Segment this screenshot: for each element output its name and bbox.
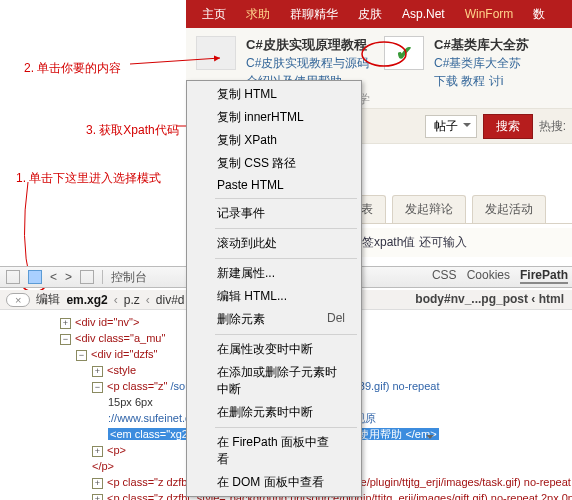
menu-separator	[215, 334, 357, 335]
menu-separator	[215, 258, 357, 259]
menu-show-dom[interactable]: 在 DOM 面板中查看	[189, 471, 359, 494]
menu-break-attr[interactable]: 在属性改变时中断	[189, 338, 359, 361]
bug-icon[interactable]	[6, 270, 20, 284]
menu-separator	[215, 198, 357, 199]
menu-copy-xpath[interactable]: 复制 XPath	[189, 129, 359, 152]
menu-break-child[interactable]: 在添加或删除子元素时中断	[189, 361, 359, 401]
menu-copy-csspath[interactable]: 复制 CSS 路径	[189, 152, 359, 175]
menu-paste-html[interactable]: Paste HTML	[189, 175, 359, 195]
menu-edit-html[interactable]: 编辑 HTML...	[189, 285, 359, 308]
css-tab[interactable]: CSS	[432, 268, 457, 284]
menu-log-events[interactable]: 记录事件	[189, 202, 359, 225]
firepath-tab[interactable]: FirePath	[520, 268, 568, 284]
console-tab[interactable]: 控制台	[111, 269, 147, 286]
context-menu: 复制 HTML 复制 innerHTML 复制 XPath 复制 CSS 路径 …	[186, 80, 362, 497]
shortcut-hint: Del	[327, 311, 345, 325]
menu-copy-html[interactable]: 复制 HTML	[189, 83, 359, 106]
firepath-result: body#nv_...pg_post ‹ html	[415, 292, 564, 306]
menu-delete[interactable]: 删除元素Del	[189, 308, 359, 331]
crumb-em[interactable]: em.xg2	[66, 293, 107, 307]
crumb-pz[interactable]: p.z	[124, 293, 140, 307]
tab-close-icon[interactable]: ×	[6, 293, 30, 307]
svg-point-2	[362, 42, 406, 66]
chevron-right-icon[interactable]: >	[65, 270, 72, 284]
chevron-left-icon[interactable]: <	[50, 270, 57, 284]
menu-break-remove[interactable]: 在删除元素时中断	[189, 401, 359, 424]
inspect-icon[interactable]	[28, 270, 42, 284]
edit-label[interactable]: 编辑	[36, 291, 60, 308]
menu-separator	[215, 427, 357, 428]
menu-show-firepath[interactable]: 在 FirePath 面板中查看	[189, 431, 359, 471]
menu-copy-innerhtml[interactable]: 复制 innerHTML	[189, 106, 359, 129]
crumb-div[interactable]: div#d	[156, 293, 185, 307]
menu-separator	[215, 228, 357, 229]
side-pane-tabs: CSS Cookies FirePath	[432, 268, 568, 284]
menu-scroll-into[interactable]: 滚动到此处	[189, 232, 359, 255]
svg-line-0	[130, 58, 220, 64]
menu-new-attr[interactable]: 新建属性...	[189, 262, 359, 285]
cookies-tab[interactable]: Cookies	[467, 268, 510, 284]
tool-icon[interactable]	[80, 270, 94, 284]
